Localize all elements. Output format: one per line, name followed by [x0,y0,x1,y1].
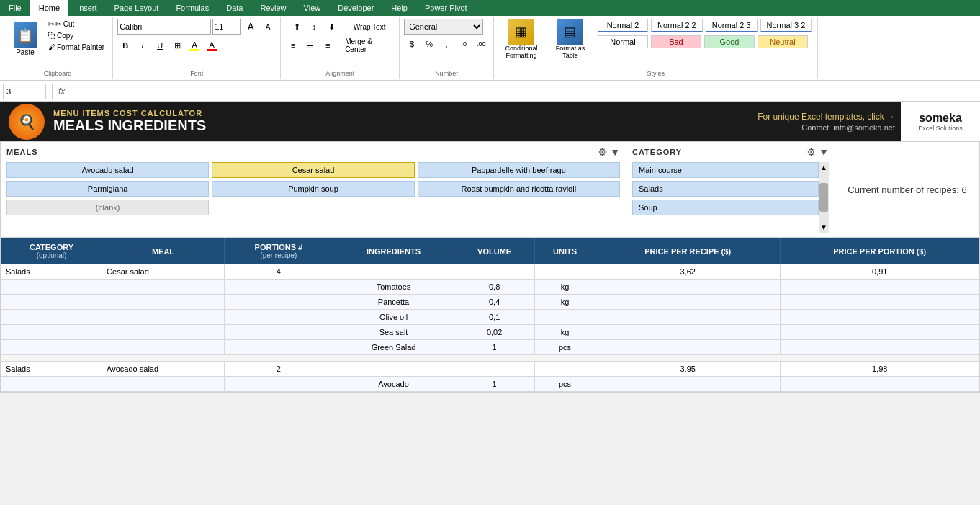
format-as-table-button[interactable]: ▤ Format as Table [549,19,592,59]
category-item-salads[interactable]: Salads [632,181,819,197]
tab-view[interactable]: View [295,0,330,16]
filter-item-parmigiana[interactable]: Parmigiana [6,181,209,197]
cell-ingredient[interactable]: Avocado [333,377,454,392]
cell-category[interactable] [1,310,102,325]
cell-meal[interactable] [102,280,225,295]
cell-ingredient[interactable]: Pancetta [333,295,454,310]
decrease-font-button[interactable]: A [260,19,276,35]
font-color-button[interactable]: A [204,37,220,53]
cell-meal[interactable] [102,340,225,355]
align-bottom-button[interactable]: ⬇ [323,19,339,35]
cell-units[interactable] [535,362,595,377]
cell-volume[interactable] [454,362,535,377]
increase-font-button[interactable]: A [243,19,259,35]
cell-price-recipe[interactable] [595,310,781,325]
tab-review[interactable]: Review [251,0,295,16]
decrease-decimal-button[interactable]: .0 [456,36,472,52]
tab-insert[interactable]: Insert [68,0,106,16]
cell-portions[interactable] [224,295,333,310]
conditional-formatting-button[interactable]: ▦ Conditional Formatting [500,19,543,59]
cell-category[interactable] [1,325,102,340]
tab-power-pivot[interactable]: Power Pivot [416,0,476,16]
category-scrollbar[interactable]: ▲ ▼ [819,162,829,233]
filter-item-cesar-salad[interactable]: Cesar salad [212,162,414,178]
style-normal23-button[interactable]: Normal 2 3 [706,19,758,32]
tab-help[interactable]: Help [382,0,416,16]
cell-volume[interactable]: 0,1 [454,310,535,325]
italic-button[interactable]: I [135,37,150,53]
cell-portions[interactable] [224,310,333,325]
cell-units[interactable]: l [535,310,595,325]
cell-price-recipe[interactable]: 3,95 [595,362,781,377]
cell-category[interactable] [1,377,102,392]
cell-category[interactable] [1,280,102,295]
scrollbar-thumb[interactable] [819,183,828,212]
cell-units[interactable]: kg [535,295,595,310]
cell-portions[interactable]: 4 [224,264,333,280]
paste-button[interactable]: 📋 Paste [7,19,43,60]
bold-button[interactable]: B [117,37,133,53]
number-format-select[interactable]: General [404,19,483,35]
tab-developer[interactable]: Developer [329,0,382,16]
cell-category[interactable] [1,295,102,310]
tab-formulas[interactable]: Formulas [167,0,217,16]
tab-file[interactable]: File [0,0,30,16]
wrap-text-button[interactable]: Wrap Text [348,19,391,35]
cell-ingredient[interactable]: Sea salt [333,325,454,340]
cell-category[interactable] [1,340,102,355]
cell-price-recipe[interactable] [595,340,781,355]
category-filter-funnel-icon[interactable]: ▼ [819,146,829,158]
style-normal32-button[interactable]: Normal 3 2 [760,19,812,32]
cell-ingredient[interactable] [333,362,454,377]
cell-reference-input[interactable] [3,84,46,99]
cell-ingredient[interactable] [333,264,454,280]
cell-units[interactable]: kg [535,280,595,295]
fill-color-button[interactable]: A [186,37,202,53]
filter-item-pumpkin-soup[interactable]: Pumpkin soup [212,181,414,197]
cell-category[interactable]: Salads [1,264,102,280]
cell-price-portion[interactable] [781,377,979,392]
cell-portions[interactable] [224,325,333,340]
copy-button[interactable]: ⿻ Copy [45,30,108,41]
accounting-button[interactable]: $ [404,36,420,52]
cell-meal[interactable]: Avocado salad [102,362,225,377]
cell-volume[interactable]: 0,02 [454,325,535,340]
cell-price-portion[interactable] [781,340,979,355]
cell-ingredient[interactable]: Green Salad [333,340,454,355]
cell-meal[interactable] [102,377,225,392]
cell-price-portion[interactable]: 0,91 [781,264,979,280]
comma-button[interactable]: , [439,36,454,52]
filter-item-roast-pumpkin[interactable]: Roast pumpkin and ricotta ravioli [418,181,620,197]
cell-price-portion[interactable] [781,295,979,310]
cell-ingredient[interactable]: Olive oil [333,310,454,325]
cell-price-recipe[interactable] [595,295,781,310]
cut-button[interactable]: ✂ ✂ Cut [45,19,108,30]
tab-page-layout[interactable]: Page Layout [106,0,168,16]
cell-units[interactable]: kg [535,325,595,340]
cell-price-recipe[interactable] [595,325,781,340]
tab-home[interactable]: Home [30,0,68,16]
cell-price-portion[interactable]: 1,98 [781,362,979,377]
filter-item-avocado-salad[interactable]: Avocado salad [6,162,209,178]
align-center-button[interactable]: ☰ [302,37,318,53]
cell-category[interactable]: Salads [1,362,102,377]
cell-volume[interactable]: 0,8 [454,280,535,295]
align-top-button[interactable]: ⬆ [289,19,305,35]
cell-price-portion[interactable] [781,280,979,295]
category-filter-settings-icon[interactable]: ⚙ [806,146,816,158]
font-size-input[interactable] [212,19,241,35]
underline-button[interactable]: U [152,37,168,53]
style-bad-button[interactable]: Bad [651,35,701,48]
meals-filter-funnel-icon[interactable]: ▼ [610,146,620,158]
cell-volume[interactable]: 1 [454,340,535,355]
font-name-input[interactable] [117,19,211,35]
borders-button[interactable]: ⊞ [169,37,185,53]
align-left-button[interactable]: ≡ [285,37,301,53]
style-normal2-button[interactable]: Normal 2 [598,19,648,32]
merge-center-button[interactable]: Merge & Center [344,37,395,53]
cell-volume[interactable]: 1 [454,377,535,392]
scrollbar-down-arrow[interactable]: ▼ [819,222,829,233]
cell-price-portion[interactable] [781,325,979,340]
cell-units[interactable]: pcs [535,377,595,392]
style-good-button[interactable]: Good [704,35,755,48]
